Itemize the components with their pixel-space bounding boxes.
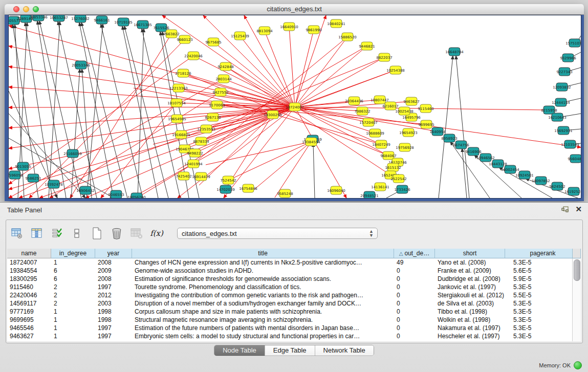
citation-edge-black[interactable] (462, 148, 467, 198)
citation-edge-red[interactable] (9, 107, 295, 107)
cell-pagerank[interactable]: 5.3E-5 (505, 283, 573, 291)
graph-node[interactable]: 9699695 (418, 120, 434, 128)
graph-node[interactable]: 9046553 (108, 190, 124, 198)
cell-in_degree[interactable]: 1 (51, 332, 95, 340)
citation-edge-red[interactable] (9, 107, 295, 169)
graph-node[interactable]: 9329966 (560, 54, 576, 62)
citation-edge-red[interactable] (9, 46, 295, 107)
graph-node[interactable]: 20364436 (345, 97, 363, 105)
graph-node[interactable]: 2522542 (390, 174, 406, 183)
graph-node[interactable]: 6674756 (453, 141, 469, 149)
graph-node[interactable]: 9498222 (187, 149, 203, 157)
citation-edge-black[interactable] (439, 56, 453, 198)
table-selector-dropdown[interactable]: citations_edges.txt ▲▼ (177, 228, 378, 239)
citation-edge-black[interactable] (39, 21, 81, 198)
graph-node[interactable]: 8267130 (205, 113, 221, 121)
table-row[interactable]: 946362711997Embryonic stem cells: a mode… (7, 332, 573, 340)
cell-out_de[interactable]: 0 (394, 324, 435, 332)
cell-pagerank[interactable]: 5.3E-5 (505, 308, 573, 316)
graph-node[interactable]: 1733426 (394, 185, 410, 193)
table-row[interactable]: 1830029562008Estimation of significance … (7, 275, 573, 283)
cell-year[interactable]: 2009 (95, 267, 132, 275)
graph-node[interactable]: 2803144 (215, 75, 232, 83)
cell-pagerank[interactable]: 5.3E-5 (505, 258, 573, 267)
graph-node[interactable]: 7425402 (176, 172, 191, 180)
column-header-name[interactable]: name (7, 249, 51, 258)
graph-node[interactable]: 12103549 (561, 140, 579, 148)
graph-node[interactable]: 8822037 (376, 53, 392, 61)
import-checks-icon[interactable] (50, 226, 63, 240)
citation-edge-red[interactable] (224, 107, 295, 198)
graph-node[interactable]: 9424502 (549, 182, 565, 190)
cell-year[interactable]: 2003 (95, 299, 132, 308)
cell-year[interactable]: 2008 (95, 258, 132, 267)
table-row[interactable]: 977716911998Corpus callosum shape and si… (7, 308, 573, 316)
table-row[interactable]: 1938455462009Genome-wide association stu… (7, 267, 573, 275)
cell-title[interactable]: Structural magnetic resonance image aver… (132, 316, 394, 324)
graph-node[interactable]: 1615132 (385, 163, 401, 171)
graph-node[interactable]: 9560481 (568, 155, 581, 163)
graph-node[interactable]: 18443128 (489, 160, 507, 168)
cell-year[interactable]: 2008 (95, 275, 132, 283)
cell-out_de[interactable]: 0 (394, 308, 435, 316)
graph-node[interactable]: 9586251 (25, 174, 41, 182)
cell-in_degree[interactable]: 2 (51, 299, 95, 308)
new-document-icon[interactable] (90, 226, 103, 240)
tab-node-table[interactable]: Node Table (214, 345, 265, 356)
cell-out_de[interactable]: 49 (394, 258, 435, 267)
graph-node[interactable]: 18056260 (127, 193, 146, 198)
graph-node[interactable]: 6216017 (382, 102, 398, 110)
graph-node[interactable]: 10653287 (50, 15, 68, 21)
citation-edge-black[interactable] (82, 69, 92, 198)
cell-out_de[interactable]: 0 (394, 332, 435, 340)
tab-network-table[interactable]: Network Table (315, 345, 374, 356)
graph-node[interactable]: 12213363 (169, 84, 188, 92)
citation-edge-red[interactable] (29, 39, 185, 198)
graph-node[interactable]: 9170063 (209, 101, 225, 109)
cell-in_degree[interactable]: 6 (51, 267, 95, 275)
tab-edge-table[interactable]: Edge Table (265, 345, 315, 356)
cell-pagerank[interactable]: 5.5E-5 (505, 291, 573, 299)
graph-node[interactable]: 14702039 (216, 185, 235, 193)
table-row[interactable]: 946554611997Estimation of the future num… (7, 324, 573, 332)
graph-node[interactable]: 19166825 (172, 130, 190, 139)
cell-name[interactable]: 18724007 (7, 258, 51, 267)
cell-short[interactable]: Stergiakouli et al. (2012) (435, 291, 505, 299)
cell-name[interactable]: 18300295 (7, 275, 51, 283)
graph-node[interactable]: 10392478 (45, 180, 63, 188)
cell-short[interactable]: de Silva et al. (2003) (435, 299, 505, 308)
graph-node[interactable]: 16671385 (134, 20, 152, 29)
table-row[interactable]: 2242004622012Investigating the contribut… (7, 291, 573, 299)
table-row[interactable]: 1872400712008Changes of HCN gene express… (7, 258, 573, 267)
citation-edge-black[interactable] (313, 143, 315, 198)
cell-name[interactable]: 22420046 (7, 291, 51, 299)
graph-node[interactable]: 19654923 (399, 128, 418, 137)
cell-short[interactable]: Jankovic et al. (1997) (435, 283, 505, 291)
cell-name[interactable]: 9777169 (7, 308, 51, 316)
close-panel-icon[interactable]: ✕ (575, 206, 582, 213)
graph-node[interactable]: 12401994 (184, 160, 203, 168)
float-window-icon[interactable] (561, 206, 569, 213)
citation-edge-black[interactable] (81, 23, 127, 198)
graph-node[interactable]: 7524542 (220, 176, 236, 184)
graph-node[interactable]: 10924501 (515, 171, 534, 179)
graph-node[interactable]: 7596058 (9, 171, 23, 179)
column-header-year[interactable]: year (95, 249, 132, 258)
graph-node[interactable]: 20948521 (360, 191, 379, 198)
cell-name[interactable]: 19384554 (7, 267, 51, 275)
graph-node[interactable]: 10719185 (114, 18, 133, 26)
vertical-scrollbar[interactable] (572, 258, 581, 341)
table-row[interactable]: 969969511998Structural magnetic resonanc… (7, 316, 573, 324)
graph-node[interactable]: 18107554 (167, 99, 186, 107)
cell-year[interactable]: 1997 (95, 283, 132, 291)
graph-node[interactable]: 15125439 (231, 32, 249, 40)
cell-in_degree[interactable]: 1 (51, 316, 95, 324)
cell-title[interactable]: Estimation of the future numbers of pati… (132, 324, 394, 332)
cell-year[interactable]: 1997 (95, 324, 132, 332)
cell-out_de[interactable]: 0 (394, 283, 435, 291)
cell-short[interactable]: Dudbridge et al. (2008) (435, 275, 505, 283)
graph-node[interactable]: 1640954 (429, 127, 446, 136)
graph-node[interactable]: 9242848 (217, 62, 233, 71)
cell-pagerank[interactable]: 5.3E-5 (505, 316, 573, 324)
cell-out_de[interactable]: 0 (394, 291, 435, 299)
